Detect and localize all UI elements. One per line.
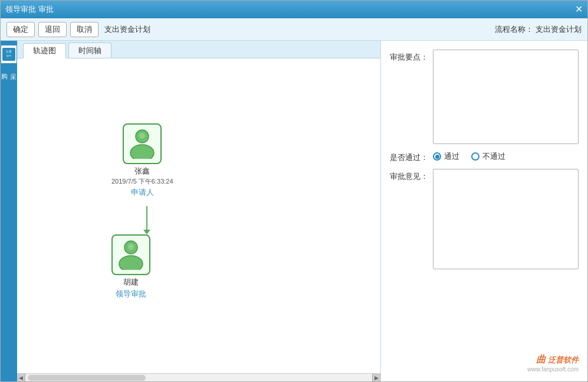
- title-bar: 领导审批 审批 ✕: [1, 1, 587, 18]
- flow-inner: 张鑫 2019/7/5 下午6:33:24 申请人: [17, 58, 347, 365]
- tabs-bar: 轨迹图 时间轴: [17, 41, 380, 58]
- node1-role: 申请人: [131, 187, 154, 198]
- node1-name: 张鑫: [134, 166, 150, 175]
- approval-points-input[interactable]: [433, 50, 579, 144]
- close-button[interactable]: ✕: [575, 5, 583, 14]
- sidebar-logo-icon: 泛普 软件: [2, 48, 15, 61]
- main-window: 领导审批 审批 ✕ 确定 退回 取消 支出资金计划 流程名称： 支出资金计划 泛…: [0, 0, 588, 382]
- confirm-button[interactable]: 确定: [6, 22, 35, 37]
- right-panel: 审批要点： 是否通过： 通过 不通过: [381, 41, 587, 381]
- pass-reject-row: 是否通过： 通过 不通过: [390, 150, 579, 163]
- radio-pass[interactable]: 通过: [433, 151, 459, 162]
- watermark-logo-text: 泛普软件: [548, 355, 579, 364]
- watermark: 曲 泛普软件 www.fanpusoft.com: [390, 354, 579, 376]
- radio-reject-label: 不通过: [482, 151, 505, 162]
- window-title: 领导审批 审批: [5, 4, 54, 15]
- left-sidebar: 泛普 软件 张金采购计划: [1, 41, 17, 381]
- approval-points-label: 审批要点：: [390, 50, 428, 63]
- flow-name-area: 流程名称： 支出资金计划: [495, 24, 582, 35]
- comment-label: 审批意见：: [390, 169, 428, 182]
- person-icon-1: [126, 127, 158, 159]
- horizontal-scrollbar[interactable]: ◀ ▶: [17, 373, 380, 381]
- person-icon-2: [115, 238, 147, 270]
- node2-role: 领导审批: [116, 289, 146, 299]
- flow-node-1: 张鑫 2019/7/5 下午6:33:24 申请人: [111, 123, 173, 198]
- tab-timeline[interactable]: 时间轴: [68, 43, 111, 58]
- approval-points-row: 审批要点：: [390, 50, 579, 144]
- svg-point-4: [130, 145, 154, 159]
- comment-input[interactable]: [433, 169, 579, 269]
- svg-point-7: [119, 256, 143, 270]
- return-button[interactable]: 退回: [38, 22, 67, 37]
- toolbar: 确定 退回 取消 支出资金计划 流程名称： 支出资金计划: [1, 18, 587, 41]
- flow-node-2: 胡建 领导审批: [111, 234, 150, 299]
- radio-pass-label: 通过: [444, 151, 459, 162]
- svg-point-8: [128, 244, 134, 250]
- pass-label: 是否通过：: [390, 150, 428, 163]
- flow-canvas[interactable]: 张鑫 2019/7/5 下午6:33:24 申请人: [17, 58, 380, 373]
- scroll-thumb-horizontal[interactable]: [28, 375, 146, 381]
- flow-name-value: 支出资金计划: [536, 25, 582, 34]
- node2-name: 胡建: [123, 277, 139, 286]
- radio-pass-circle[interactable]: [433, 152, 441, 161]
- tab-track[interactable]: 轨迹图: [23, 43, 66, 58]
- radio-reject-circle[interactable]: [471, 152, 479, 161]
- comment-row: 审批意见：: [390, 169, 579, 269]
- cancel-button[interactable]: 取消: [70, 22, 98, 37]
- process-label: 支出资金计划: [104, 24, 150, 35]
- svg-point-5: [139, 133, 145, 139]
- radio-reject[interactable]: 不通过: [471, 151, 505, 162]
- radio-group: 通过 不通过: [433, 151, 505, 162]
- svg-text:软件: 软件: [6, 54, 11, 57]
- sidebar-icon-block: 泛普 软件: [1, 45, 17, 63]
- main-area: 泛普 软件 张金采购计划 轨迹图 时间轴: [1, 41, 587, 381]
- svg-text:泛普: 泛普: [6, 50, 12, 53]
- node1-time: 2019/7/5 下午6:33:24: [111, 178, 173, 185]
- flow-arrow: [143, 206, 150, 234]
- center-panel: 轨迹图 时间轴: [17, 41, 381, 381]
- arrow-head: [143, 230, 150, 234]
- arrow-line: [146, 206, 147, 230]
- watermark-url: www.fanpusoft.com: [390, 366, 579, 373]
- flow-name-prefix: 流程名称：: [495, 25, 533, 34]
- watermark-logo: 曲 泛普软件: [390, 354, 579, 366]
